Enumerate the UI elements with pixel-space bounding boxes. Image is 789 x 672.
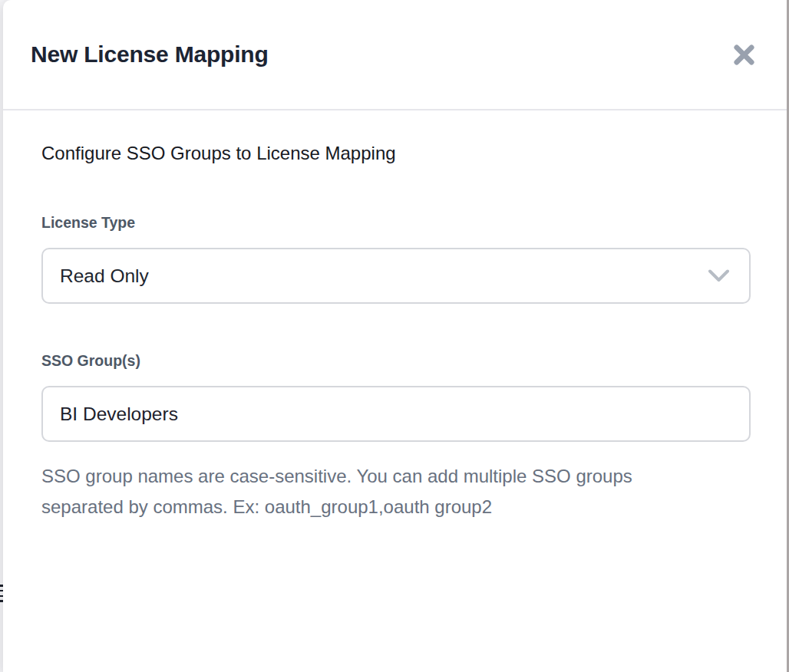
close-button[interactable]: [731, 41, 757, 68]
sso-groups-helper-text: SSO group names are case-sensitive. You …: [41, 461, 690, 522]
license-type-select[interactable]: Read Only: [41, 248, 751, 304]
modal-body: Configure SSO Groups to License Mapping …: [3, 110, 787, 522]
modal-title: New License Mapping: [31, 41, 269, 68]
chevron-down-icon: [708, 269, 729, 282]
modal-header: New License Mapping: [3, 0, 787, 110]
license-type-selected-value: Read Only: [60, 265, 149, 287]
license-type-label: License Type: [41, 214, 751, 232]
sso-groups-label: SSO Group(s): [41, 352, 751, 370]
new-license-mapping-modal: New License Mapping Configure SSO Groups…: [3, 0, 787, 672]
close-x-icon: [733, 44, 755, 66]
sso-groups-input[interactable]: [41, 386, 751, 442]
modal-description: Configure SSO Groups to License Mapping: [41, 142, 751, 165]
